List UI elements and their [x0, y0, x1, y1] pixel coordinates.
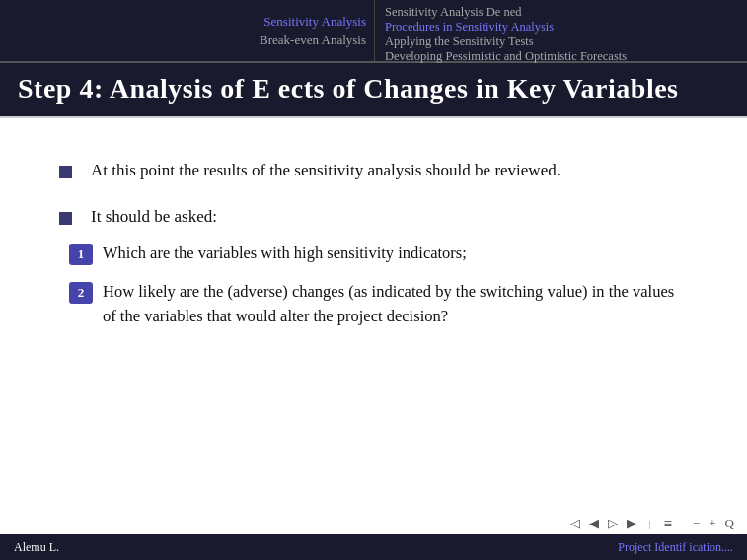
nav-next-end-icon[interactable]: ▶: [624, 515, 639, 532]
main-content: At this point the results of the sensiti…: [0, 118, 747, 540]
title-bar: Step 4: Analysis of E ects of Changes in…: [0, 61, 747, 116]
bullet-list: At this point the results of the sensiti…: [59, 158, 688, 342]
square-icon-2: [59, 212, 72, 225]
top-navigation: Sensitivity Analysis Break-even Analysis…: [0, 0, 747, 61]
nav-item-3[interactable]: Applying the Sensitivity Tests: [385, 35, 737, 49]
bottom-navigation: ◁ ◀ ▷ ▶ | ≡ − + Q: [567, 515, 737, 532]
bullet-icon-2: [59, 207, 81, 233]
sub-text-1: Which are the variables with high sensit…: [103, 242, 467, 266]
nav-item-1[interactable]: Sensitivity Analysis De ned: [385, 5, 737, 20]
breakeven-analysis-link[interactable]: Break-even Analysis: [260, 33, 366, 48]
bullet-text-2: It should be asked:: [91, 204, 217, 230]
nav-zoom-fit[interactable]: Q: [722, 515, 737, 532]
page-title: Step 4: Analysis of E ects of Changes in…: [18, 73, 729, 105]
nav-item-2[interactable]: Procedures in Sensitivity Analysis: [385, 20, 737, 35]
sub-number-1: 1: [69, 244, 93, 265]
sensitivity-analysis-link[interactable]: Sensitivity Analysis: [263, 14, 366, 30]
sub-text-2: How likely are the (adverse) changes (as…: [103, 280, 688, 329]
nav-left-section: Sensitivity Analysis Break-even Analysis: [0, 0, 375, 61]
bullet-item-1: At this point the results of the sensiti…: [59, 158, 688, 186]
nav-item-4[interactable]: Developing Pessimistic and Optimistic Fo…: [385, 49, 737, 64]
nav-zoom-out[interactable]: −: [690, 515, 703, 532]
bullet-icon-1: [59, 161, 81, 186]
nav-right-section: Sensitivity Analysis De ned Procedures i…: [375, 0, 747, 61]
square-icon-1: [59, 166, 72, 178]
sub-number-2: 2: [69, 282, 93, 304]
bullet-item-2: It should be asked: 1 Which are the vari…: [59, 204, 688, 343]
sub-item-1: 1 Which are the variables with high sens…: [69, 242, 688, 266]
content-area: At this point the results of the sensiti…: [0, 118, 747, 540]
nav-prev-icon[interactable]: ◀: [586, 515, 602, 532]
nav-next-icon[interactable]: ▷: [605, 515, 621, 532]
footer-title: Project Identif ication....: [618, 540, 733, 555]
bullet-text-1: At this point the results of the sensiti…: [91, 158, 560, 183]
footer-author: Alemu L.: [14, 540, 59, 555]
footer: Alemu L. Project Identif ication....: [0, 534, 747, 560]
sub-list: 1 Which are the variables with high sens…: [69, 242, 688, 342]
nav-prev-start-icon[interactable]: ◁: [567, 515, 583, 532]
sub-item-2: 2 How likely are the (adverse) changes (…: [69, 280, 688, 329]
nav-list-icon[interactable]: ≡: [663, 516, 671, 532]
nav-separator: |: [648, 518, 650, 529]
nav-zoom-in[interactable]: +: [706, 515, 718, 532]
